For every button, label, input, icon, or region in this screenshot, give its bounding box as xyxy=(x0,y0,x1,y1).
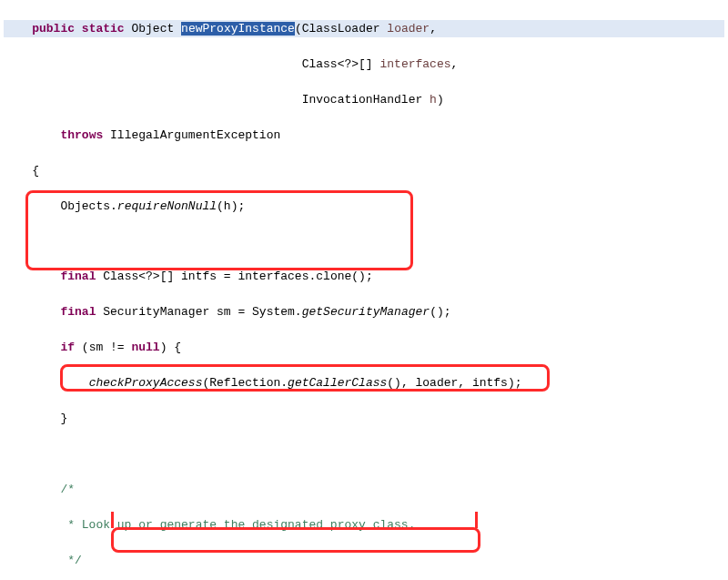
code-line: */ xyxy=(4,552,724,570)
code-line: public static Object newProxyInstance(Cl… xyxy=(4,20,724,38)
code-line: Class<?>[] interfaces, xyxy=(4,56,724,74)
selected-text: newProxyInstance xyxy=(181,22,295,36)
code-line: final Class<?>[] intfs = interfaces.clon… xyxy=(4,268,724,286)
code-line: InvocationHandler h) xyxy=(4,91,724,109)
highlight-box xyxy=(475,512,478,528)
code-line: if (sm != null) { xyxy=(4,339,724,357)
code-line: final SecurityManager sm = System.getSec… xyxy=(4,303,724,321)
code-line: checkProxyAccess(Reflection.getCallerCla… xyxy=(4,374,724,392)
code-viewer: public static Object newProxyInstance(Cl… xyxy=(0,0,728,580)
code-line xyxy=(4,233,724,250)
code-line xyxy=(4,445,724,463)
code-line: Objects.requireNonNull(h); xyxy=(4,198,724,216)
code-line: } xyxy=(4,410,724,428)
code-line: { xyxy=(4,162,724,180)
code-line: /* xyxy=(4,481,724,499)
code-line: throws IllegalArgumentException xyxy=(4,127,724,145)
highlight-box xyxy=(111,512,114,528)
